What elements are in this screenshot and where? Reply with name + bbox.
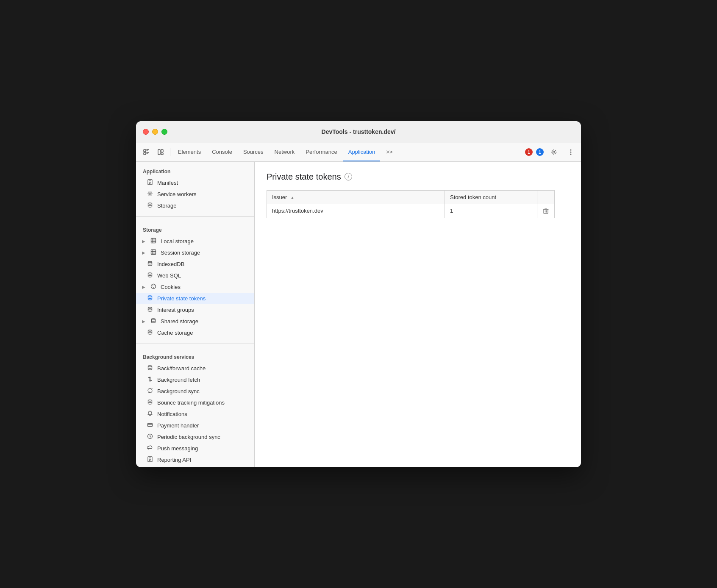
column-header-actions: [537, 190, 555, 204]
tab-performance[interactable]: Performance: [300, 143, 342, 161]
svg-rect-2: [158, 150, 160, 155]
sidebar-item-service-workers[interactable]: Service workers: [136, 189, 254, 200]
svg-point-23: [148, 330, 152, 331]
sidebar-item-interest-groups[interactable]: Interest groups: [136, 304, 254, 316]
db-icon: [146, 365, 154, 372]
tab-console[interactable]: Console: [207, 143, 237, 161]
db-icon: [150, 318, 157, 325]
more-icon-button[interactable]: [564, 145, 578, 159]
db-icon: [146, 329, 154, 336]
sidebar-item-background-fetch[interactable]: Background fetch: [136, 374, 254, 386]
db-icon: [146, 272, 154, 279]
cookie-icon: [150, 283, 157, 291]
content-area: Private state tokens i Issuer ▲ Stored t…: [255, 162, 581, 467]
tab-more[interactable]: >>: [381, 143, 397, 161]
svg-rect-12: [151, 238, 156, 243]
sidebar-item-shared-storage-label: Shared storage: [161, 318, 198, 325]
minimize-button[interactable]: [152, 129, 158, 135]
warning-badge-button[interactable]: 1: [536, 148, 544, 156]
column-header-token-count: Stored token count: [445, 190, 537, 204]
sidebar-item-background-fetch-label: Background fetch: [157, 377, 200, 383]
warning-count-badge: 1: [536, 148, 544, 156]
window-title: DevTools - trusttoken.dev/: [322, 128, 396, 135]
tab-network[interactable]: Network: [270, 143, 300, 161]
card-icon: [146, 422, 154, 429]
sidebar-item-private-state-tokens[interactable]: Private state tokens: [136, 293, 254, 304]
tab-application[interactable]: Application: [343, 143, 381, 161]
table-cell-token-count: 1: [445, 204, 537, 218]
column-header-issuer[interactable]: Issuer ▲: [267, 190, 445, 204]
sidebar-item-notifications[interactable]: Notifications: [136, 408, 254, 420]
svg-rect-1: [144, 153, 146, 155]
sidebar-item-push-messaging[interactable]: Push messaging: [136, 443, 254, 454]
tab-elements[interactable]: Elements: [173, 143, 206, 161]
inspector-icon-button[interactable]: [154, 145, 167, 159]
svg-point-10: [149, 193, 151, 194]
svg-point-7: [570, 152, 572, 153]
settings-icon-button[interactable]: [547, 145, 561, 159]
svg-rect-29: [544, 209, 548, 214]
cloud-icon: [146, 445, 154, 452]
svg-point-19: [153, 287, 154, 288]
main-content: Application Manifest: [136, 162, 581, 467]
arrow-icon: ▶: [142, 285, 145, 289]
delete-row-button[interactable]: [542, 208, 549, 214]
svg-point-24: [148, 366, 152, 367]
svg-point-16: [151, 284, 156, 288]
sidebar-item-background-sync-label: Background sync: [157, 388, 200, 394]
sidebar-item-shared-storage[interactable]: ▶ Shared storage: [136, 316, 254, 327]
sidebar-item-cookies-label: Cookies: [161, 284, 181, 290]
arrow-icon: ▶: [142, 319, 145, 324]
sidebar-item-cache-storage[interactable]: Cache storage: [136, 327, 254, 338]
sidebar-divider-1: [136, 216, 254, 217]
db-icon: [146, 399, 154, 406]
sidebar-item-reporting-api[interactable]: Reporting API: [136, 454, 254, 466]
sidebar-item-local-storage-label: Local storage: [161, 238, 194, 244]
svg-point-21: [148, 307, 152, 308]
sidebar-item-local-storage[interactable]: ▶ Local storage: [136, 236, 254, 247]
sidebar-item-payment-handler[interactable]: Payment handler: [136, 420, 254, 431]
sidebar-item-push-messaging-label: Push messaging: [157, 445, 198, 452]
bell-icon: [146, 410, 154, 418]
table-row: https://trusttoken.dev 1: [267, 204, 555, 218]
svg-point-15: [148, 273, 152, 274]
close-button[interactable]: [143, 129, 149, 135]
arrow-icon: ▶: [142, 239, 145, 244]
svg-point-6: [570, 150, 572, 151]
sidebar-item-bounce-tracking[interactable]: Bounce tracking mitigations: [136, 397, 254, 408]
sidebar-item-background-sync[interactable]: Background sync: [136, 386, 254, 397]
sidebar-item-back-forward-cache[interactable]: Back/forward cache: [136, 363, 254, 374]
sidebar-item-cookies[interactable]: ▶ Cookies: [136, 281, 254, 293]
sidebar-divider-2: [136, 344, 254, 344]
page-title-text: Private state tokens: [267, 172, 341, 182]
svg-point-14: [148, 261, 152, 263]
file-icon: [146, 456, 154, 463]
error-badge-button[interactable]: 1: [525, 148, 533, 156]
svg-point-5: [553, 151, 555, 153]
sidebar-item-web-sql[interactable]: Web SQL: [136, 270, 254, 281]
sidebar-section-background-services-header: Background services: [136, 352, 254, 363]
sidebar-item-manifest[interactable]: Manifest: [136, 177, 254, 189]
sidebar-item-notifications-label: Notifications: [157, 411, 187, 417]
sync-icon: [146, 388, 154, 395]
grid-icon: [150, 249, 157, 256]
sidebar-section-background-services: Background services Back/forward cache: [136, 347, 254, 467]
db-icon: [146, 202, 154, 209]
db-icon: [146, 261, 154, 268]
error-count-badge: 1: [525, 148, 533, 156]
sidebar-section-storage: Storage ▶ Local storage ▶: [136, 220, 254, 340]
svg-point-17: [152, 286, 153, 286]
sidebar-item-periodic-background-sync[interactable]: Periodic background sync: [136, 431, 254, 443]
sidebar-item-indexeddb[interactable]: IndexedDB: [136, 258, 254, 270]
sort-icon: ▲: [290, 195, 295, 200]
svg-point-25: [148, 400, 152, 401]
tab-sources[interactable]: Sources: [238, 143, 269, 161]
cursor-icon-button[interactable]: [139, 145, 153, 159]
info-icon[interactable]: i: [345, 173, 352, 180]
sidebar-section-storage-header: Storage: [136, 225, 254, 236]
sidebar-item-storage[interactable]: Storage: [136, 200, 254, 211]
table-cell-issuer: https://trusttoken.dev: [267, 204, 445, 218]
sidebar-item-session-storage[interactable]: ▶ Session storage: [136, 247, 254, 258]
data-table: Issuer ▲ Stored token count https://trus…: [267, 190, 555, 218]
maximize-button[interactable]: [161, 129, 167, 135]
